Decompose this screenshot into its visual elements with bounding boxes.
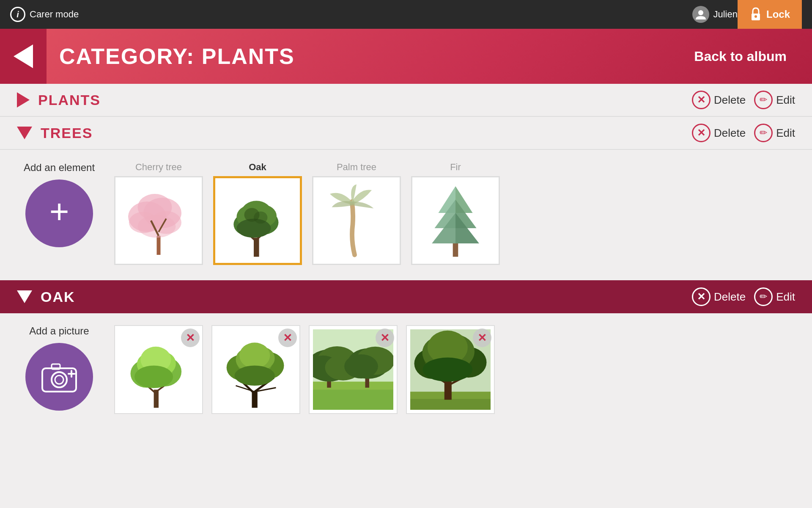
fir-tree-icon (417, 182, 494, 259)
oak-pic-3-remove-button[interactable]: ✕ (376, 329, 394, 347)
plants-edit-button[interactable]: ✏ Edit (754, 91, 795, 109)
oak-pic-2-remove-icon: ✕ (283, 331, 292, 345)
svg-rect-3 (157, 236, 161, 255)
svg-rect-24 (453, 243, 458, 257)
add-element-button[interactable]: + (25, 179, 93, 247)
svg-point-61 (239, 342, 270, 368)
trees-delete-icon: ✕ (692, 124, 710, 142)
svg-point-74 (344, 354, 378, 378)
oak-pictures-container: ✕ (114, 325, 795, 414)
oak-section-actions: ✕ Delete ✏ Edit (692, 287, 795, 306)
plants-delete-button[interactable]: ✕ Delete (692, 91, 746, 109)
svg-point-9 (138, 215, 176, 238)
oak-pic-wrapper-2: ✕ (211, 325, 300, 414)
oak-section-row: OAK ✕ Delete ✏ Edit (0, 280, 812, 313)
trees-section-actions: ✕ Delete ✏ Edit (692, 124, 795, 142)
oak-delete-label: Delete (714, 290, 746, 304)
plants-edit-label: Edit (776, 94, 795, 107)
carer-mode-label: Carer mode (30, 9, 79, 20)
back-to-album-button[interactable]: Back to album (694, 49, 812, 64)
add-picture-area: Add a picture (17, 325, 102, 411)
oak-edit-button[interactable]: ✏ Edit (754, 287, 795, 306)
user-name: Julien (713, 9, 738, 20)
oak-pic-1-remove-icon: ✕ (186, 331, 195, 345)
palm-tree-icon (318, 182, 395, 259)
oak-pic-4-remove-icon: ✕ (477, 331, 487, 345)
plants-delete-label: Delete (714, 94, 746, 107)
trees-content-area: Add an element + Cherry tree (0, 150, 812, 277)
add-element-area: Add an element + (17, 162, 102, 247)
user-area: Julien (692, 6, 738, 23)
svg-point-2 (754, 15, 757, 18)
tree-card-fir[interactable] (411, 176, 500, 265)
tree-card-oak[interactable] (213, 176, 302, 265)
svg-point-23 (254, 211, 267, 224)
tree-card-wrapper-fir: Fir (411, 162, 500, 265)
trees-section-label: TREES (41, 125, 93, 141)
tree-card-palm[interactable] (312, 176, 401, 265)
plants-section-label: PLANTS (38, 92, 101, 108)
tree-cards-container: Cherry tree Oak (114, 162, 795, 265)
back-button[interactable] (0, 29, 47, 84)
svg-point-62 (235, 366, 275, 386)
oak-expand-icon[interactable] (17, 290, 32, 303)
tree-card-wrapper-palm: Palm tree (312, 162, 401, 265)
plants-delete-icon: ✕ (692, 91, 710, 109)
oak-delete-icon: ✕ (692, 287, 710, 306)
tree-card-wrapper-oak: Oak (213, 162, 302, 265)
trees-delete-label: Delete (714, 127, 746, 140)
carer-mode-info: i Carer mode (10, 7, 79, 22)
trees-delete-button[interactable]: ✕ Delete (692, 124, 746, 142)
lock-button[interactable]: Lock (738, 0, 802, 29)
tree-card-label-oak: Oak (249, 162, 266, 173)
svg-rect-65 (313, 382, 393, 390)
tree-card-wrapper-cherry: Cherry tree (114, 162, 203, 265)
oak-pic-wrapper-3: ✕ (309, 325, 398, 414)
oak-delete-button[interactable]: ✕ Delete (692, 287, 746, 306)
camera-add-icon (38, 358, 80, 396)
svg-point-89 (422, 358, 472, 382)
trees-section-row: TREES ✕ Delete ✏ Edit (0, 117, 812, 150)
info-icon: i (10, 7, 25, 22)
plants-section-actions: ✕ Delete ✏ Edit (692, 91, 795, 109)
svg-point-32 (52, 372, 67, 387)
oak-pic-3-remove-icon: ✕ (380, 331, 390, 345)
oak-pic-2-remove-button[interactable]: ✕ (278, 329, 297, 347)
oak-edit-label: Edit (776, 290, 795, 304)
user-icon (692, 6, 709, 23)
plants-edit-icon: ✏ (754, 91, 773, 109)
oak-content-area: Add a picture (0, 313, 812, 426)
oak-section-label: OAK (41, 289, 75, 305)
svg-rect-49 (252, 392, 258, 408)
tree-card-label-cherry: Cherry tree (135, 162, 182, 173)
lock-label: Lock (766, 8, 790, 20)
oak-edit-icon: ✏ (754, 287, 773, 306)
tree-card-cherry[interactable] (114, 176, 203, 265)
plus-icon: + (49, 195, 69, 229)
oak-pic-wrapper-4: ✕ (406, 325, 495, 414)
add-picture-label: Add a picture (29, 325, 89, 337)
add-picture-button[interactable] (25, 343, 93, 411)
plants-expand-icon[interactable] (17, 92, 30, 108)
oak-pic-1-remove-button[interactable]: ✕ (181, 329, 200, 347)
trees-edit-label: Edit (776, 127, 795, 140)
page-title: CATEGORY: PLANTS (47, 44, 694, 69)
trees-expand-icon[interactable] (17, 127, 32, 139)
back-arrow-icon (14, 44, 33, 68)
oak-tree-icon (219, 182, 296, 259)
oak-pic-wrapper-1: ✕ (114, 325, 203, 414)
trees-edit-icon: ✏ (754, 124, 773, 142)
trees-edit-button[interactable]: ✏ Edit (754, 124, 795, 142)
svg-point-47 (134, 366, 173, 388)
header-bar: CATEGORY: PLANTS Back to album (0, 29, 812, 84)
svg-point-33 (55, 375, 63, 384)
top-bar: i Carer mode Julien Lock (0, 0, 812, 29)
tree-card-label-palm: Palm tree (337, 162, 376, 173)
tree-card-label-fir: Fir (450, 162, 461, 173)
oak-pic-4-remove-button[interactable]: ✕ (473, 329, 491, 347)
cherry-tree-icon (121, 182, 197, 259)
add-element-label: Add an element (24, 162, 95, 174)
plants-section-row: PLANTS ✕ Delete ✏ Edit (0, 84, 812, 117)
svg-point-0 (698, 10, 703, 15)
